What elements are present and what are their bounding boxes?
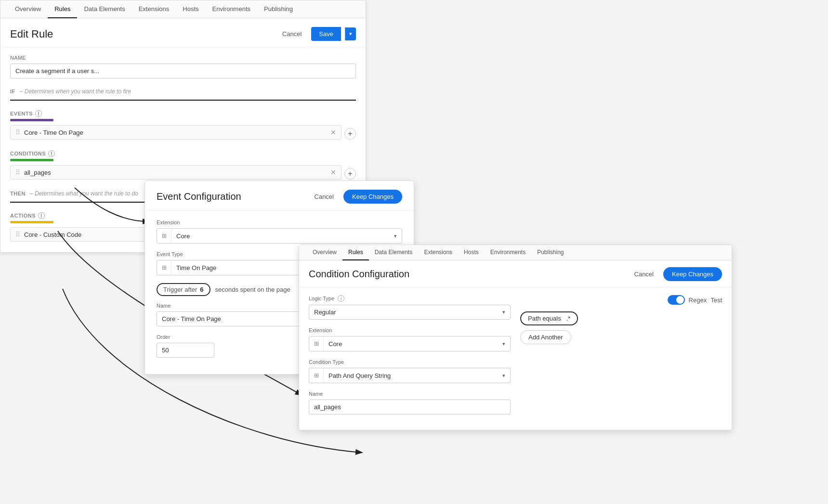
events-items-row: ⠿ Core - Time On Page ✕ + (10, 125, 356, 142)
condition-right-column: Regex Test Path equals .* Add Another (520, 295, 722, 422)
nav-hosts[interactable]: Hosts (176, 0, 205, 18)
conditions-info-icon: i (48, 150, 55, 157)
save-caret-button[interactable]: ▾ (345, 27, 356, 40)
event-cancel-button[interactable]: Cancel (309, 190, 340, 203)
add-event-button[interactable]: + (344, 128, 356, 140)
path-equals-label: Path equals (528, 315, 561, 322)
cond-nav-environments[interactable]: Environments (485, 245, 531, 260)
event-delete-button[interactable]: ✕ (330, 129, 336, 136)
extension-field-group: Extension ⊞ Core ▾ (157, 220, 402, 244)
logic-type-info-icon: i (338, 295, 344, 302)
cond-type-caret-icon: ▾ (498, 369, 510, 382)
path-equals-pill[interactable]: Path equals .* (520, 311, 578, 325)
condition-keep-changes-button[interactable]: Keep Changes (663, 267, 722, 281)
logic-type-label: Logic Type i (309, 295, 511, 302)
conditions-label: CONDITIONS (10, 151, 46, 156)
then-description: – Determines what you want the rule to d… (30, 190, 138, 197)
page-title: Edit Rule (10, 28, 53, 40)
conditions-section-header: CONDITIONS i (10, 150, 356, 157)
logic-type-select[interactable]: Regular ▾ (309, 305, 511, 320)
condition-config-modal: Overview Rules Data Elements Extensions … (299, 245, 732, 430)
condition-color-bar (10, 159, 53, 161)
condition-cancel-button[interactable]: Cancel (629, 268, 659, 281)
extension-grid-icon: ⊞ (157, 229, 171, 243)
add-another-button[interactable]: Add Another (520, 330, 571, 344)
events-label: EVENTS (10, 111, 33, 116)
nav-environments[interactable]: Environments (206, 0, 257, 18)
if-label: IF (10, 89, 15, 94)
events-section-header: EVENTS i (10, 110, 356, 117)
cond-nav-overview[interactable]: Overview (307, 245, 342, 260)
cond-nav-data-elements[interactable]: Data Elements (369, 245, 419, 260)
name-label: Name (10, 55, 356, 61)
action-color-bar (10, 221, 53, 223)
if-divider (10, 100, 356, 101)
regex-toggle-row: Regex Test (520, 295, 722, 305)
condition-modal-nav: Overview Rules Data Elements Extensions … (299, 245, 732, 260)
event-item-label: Core - Time On Page (24, 129, 327, 136)
nav-rules[interactable]: Rules (48, 0, 77, 18)
add-condition-button[interactable]: + (344, 168, 356, 180)
cond-nav-publishing[interactable]: Publishing (531, 245, 569, 260)
cond-extension-caret-icon: ▾ (498, 337, 510, 350)
cond-nav-hosts[interactable]: Hosts (458, 245, 485, 260)
trigger-suffix: seconds spent on the page (215, 286, 290, 293)
nav-data-elements[interactable]: Data Elements (77, 0, 131, 18)
condition-modal-title: Condition Configuration (309, 269, 409, 280)
actions-label: ACTIONS (10, 213, 36, 219)
conditions-items-row: ⠿ all_pages ✕ + (10, 165, 356, 182)
regex-label: Regex (689, 297, 707, 304)
condition-item[interactable]: ⠿ all_pages ✕ (10, 165, 342, 180)
condition-modal-actions: Cancel Keep Changes (629, 267, 722, 281)
cond-nav-extensions[interactable]: Extensions (418, 245, 458, 260)
event-type-grid-icon: ⊞ (157, 260, 171, 275)
logic-type-value: Regular (309, 305, 498, 319)
name-input[interactable] (10, 64, 356, 78)
cond-name-label: Name (309, 391, 511, 397)
cancel-button[interactable]: Cancel (276, 27, 307, 40)
extension-select[interactable]: ⊞ Core ▾ (157, 228, 402, 244)
trigger-after-label: Trigger after (163, 286, 197, 293)
cond-extension-value: Core (324, 337, 498, 351)
cond-extension-group: Extension ⊞ Core ▾ (309, 327, 511, 351)
top-navigation: Overview Rules Data Elements Extensions … (0, 0, 366, 18)
condition-item-label: all_pages (24, 169, 327, 176)
nav-overview[interactable]: Overview (8, 0, 48, 18)
cond-extension-select[interactable]: ⊞ Core ▾ (309, 336, 511, 351)
condition-type-select[interactable]: ⊞ Path And Query String ▾ (309, 368, 511, 383)
condition-delete-button[interactable]: ✕ (330, 168, 336, 176)
cond-extension-grid-icon: ⊞ (309, 336, 324, 351)
events-info-icon: i (35, 110, 42, 117)
extension-label: Extension (157, 220, 402, 225)
header-actions: Cancel Save ▾ (276, 27, 356, 41)
cond-extension-label: Extension (309, 327, 511, 333)
event-keep-changes-button[interactable]: Keep Changes (343, 190, 402, 204)
extension-caret-icon: ▾ (389, 230, 402, 243)
trigger-pill: Trigger after 6 (157, 283, 210, 296)
cond-nav-rules[interactable]: Rules (342, 245, 369, 260)
nav-extensions[interactable]: Extensions (132, 0, 176, 18)
actions-info-icon: i (38, 212, 45, 219)
regex-toggle[interactable] (668, 295, 685, 305)
name-field-group: Name (10, 55, 356, 78)
save-button[interactable]: Save (311, 27, 341, 41)
condition-type-group: Condition Type ⊞ Path And Query String ▾ (309, 359, 511, 383)
cond-name-input[interactable] (309, 400, 511, 414)
action-drag-handle-icon: ⠿ (15, 231, 20, 238)
test-label: Test (710, 297, 722, 304)
path-equals-value: .* (566, 315, 571, 322)
cond-name-group: Name (309, 391, 511, 414)
condition-left-column: Logic Type i Regular ▾ Extension ⊞ Core … (309, 295, 511, 422)
logic-type-group: Logic Type i Regular ▾ (309, 295, 511, 320)
logic-type-caret-icon: ▾ (498, 306, 510, 319)
cond-type-grid-icon: ⊞ (309, 368, 324, 383)
if-description: – Determines when you want the rule to f… (20, 88, 131, 95)
condition-modal-body: Logic Type i Regular ▾ Extension ⊞ Core … (299, 287, 732, 430)
drag-handle-icon: ⠿ (15, 129, 20, 136)
nav-publishing[interactable]: Publishing (257, 0, 300, 18)
trigger-after-value: 6 (200, 286, 203, 293)
event-item[interactable]: ⠿ Core - Time On Page ✕ (10, 125, 342, 140)
extension-value: Core (171, 229, 389, 243)
event-order-input[interactable] (157, 343, 214, 358)
condition-type-label: Condition Type (309, 359, 511, 365)
